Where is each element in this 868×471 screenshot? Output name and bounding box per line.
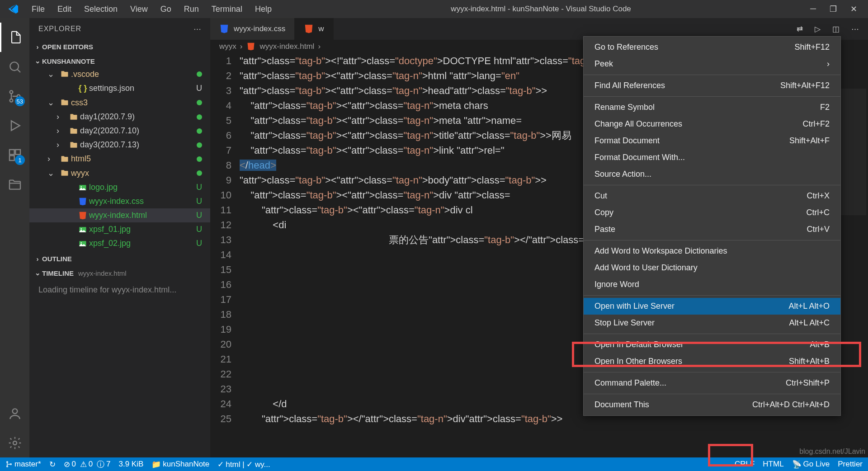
tree-item-xpsf_01.jpg[interactable]: xpsf_01.jpgU — [29, 222, 210, 236]
context-menu-item[interactable]: Open In Other BrowsersShift+Alt+B — [584, 353, 840, 370]
status-problems[interactable]: ⊘ 0 ⚠ 0 ⓘ 7 — [64, 459, 111, 470]
activity-extensions[interactable]: 1 — [0, 140, 29, 170]
status-lang[interactable]: HTML — [763, 460, 783, 469]
context-menu-item[interactable]: Open with Live ServerAlt+L Alt+O — [584, 298, 840, 315]
activity-custom[interactable] — [0, 170, 29, 199]
menu-edit[interactable]: Edit — [51, 3, 78, 16]
tree-item-logo.jpg[interactable]: logo.jpgU — [29, 180, 210, 194]
title-bar: File Edit Selection View Go Run Terminal… — [0, 0, 868, 18]
menu-view[interactable]: View — [124, 3, 154, 16]
context-menu-shortcut: Ctrl+C — [806, 208, 830, 217]
context-menu-item[interactable]: Rename SymbolF2 — [584, 99, 840, 116]
tree-item-label: css3 — [71, 98, 197, 108]
menu-terminal[interactable]: Terminal — [205, 3, 249, 16]
context-menu-item[interactable]: Add Word to Workspace Dictionaries — [584, 243, 840, 259]
editor-more-icon[interactable]: ⋯ — [851, 24, 859, 34]
context-menu-item[interactable]: CopyCtrl+C — [584, 204, 840, 221]
workspace-header[interactable]: ⌄ KUNSHANNOTE — [29, 55, 210, 67]
status-branch[interactable]: master* — [5, 460, 41, 469]
svg-point-1 — [9, 90, 13, 94]
compare-icon[interactable]: ⇄ — [797, 24, 803, 34]
context-menu-label: Add Word to User Dictionary — [594, 263, 698, 273]
svg-rect-5 — [15, 150, 20, 155]
context-menu-shortcut: Shift+Alt+B — [789, 357, 830, 366]
open-editors-header[interactable]: › OPEN EDITORS — [29, 41, 210, 52]
git-status-tag: U — [196, 239, 202, 248]
close-icon[interactable]: ✕ — [850, 4, 857, 14]
outline-header[interactable]: › OUTLINE — [29, 253, 210, 264]
tab-wyyx-index-css[interactable]: wyyx-index.css — [210, 18, 295, 40]
context-menu-item[interactable]: Source Action... — [584, 166, 840, 183]
activity-scm[interactable]: 53 — [0, 81, 29, 111]
context-menu-item[interactable]: Peek› — [584, 56, 840, 72]
tree-item-css3[interactable]: ⌄css3 — [29, 95, 210, 110]
status-workspace[interactable]: 📁 kunShanNote — [151, 460, 209, 469]
context-menu-shortcut: Ctrl+F2 — [802, 119, 830, 129]
context-menu-item[interactable]: CutCtrl+X — [584, 188, 840, 204]
run-file-icon[interactable]: ▷ — [815, 24, 821, 34]
activity-search[interactable] — [0, 52, 29, 81]
context-menu-shortcut: Shift+Alt+F12 — [780, 81, 830, 90]
activity-settings[interactable] — [0, 428, 29, 457]
status-eol[interactable]: CRLF — [735, 460, 755, 469]
status-sync[interactable]: ↻ — [49, 460, 56, 469]
status-lint[interactable]: ✓ html | ✓ wy... — [217, 460, 270, 469]
minimize-icon[interactable]: ─ — [810, 4, 816, 14]
menu-run[interactable]: Run — [178, 3, 205, 16]
files-icon — [8, 30, 23, 45]
context-menu-label: Open In Default Browser — [594, 340, 684, 349]
context-menu-label: Open with Live Server — [594, 301, 675, 311]
context-menu-item[interactable]: Go to ReferencesShift+F12 — [584, 39, 840, 56]
tree-item-.vscode[interactable]: ⌄.vscode — [29, 67, 210, 81]
status-go-live[interactable]: 📡 Go Live — [792, 460, 830, 469]
tree-item-day1(2020.7.9)[interactable]: ›day1(2020.7.9) — [29, 110, 210, 124]
tree-item-settings.json[interactable]: { }settings.jsonU — [29, 81, 210, 95]
context-menu-item[interactable]: Add Word to User Dictionary — [584, 259, 840, 276]
context-menu-item[interactable]: Find All ReferencesShift+Alt+F12 — [584, 77, 840, 94]
context-menu-item[interactable]: Open In Default BrowserAlt+B — [584, 336, 840, 353]
tree-item-label: day3(2020.7.13) — [80, 140, 197, 150]
tree-item-html5[interactable]: ›html5 — [29, 152, 210, 166]
breadcrumb-item[interactable]: wyyx-index.html — [259, 42, 314, 51]
menu-go[interactable]: Go — [154, 3, 178, 16]
tree-item-label: wyyx-index.html — [89, 211, 196, 220]
context-menu-item[interactable]: Format DocumentShift+Alt+F — [584, 132, 840, 149]
context-menu-item[interactable]: Format Document With... — [584, 149, 840, 166]
context-menu-shortcut: Alt+B — [810, 340, 830, 349]
status-size[interactable]: 3.9 KiB — [118, 460, 143, 469]
tree-item-day2(2020.7.10)[interactable]: ›day2(2020.7.10) — [29, 124, 210, 138]
tab-wyyx-index-html[interactable]: w — [295, 18, 333, 40]
context-menu-item[interactable]: Change All OccurrencesCtrl+F2 — [584, 116, 840, 132]
menu-file[interactable]: File — [25, 3, 51, 16]
svg-point-15 — [80, 242, 82, 244]
context-menu-item[interactable]: Ignore Word — [584, 276, 840, 293]
editor-context-menu[interactable]: Go to ReferencesShift+F12Peek›Find All R… — [583, 36, 841, 416]
svg-point-9 — [13, 441, 17, 445]
tree-item-xpsf_02.jpg[interactable]: xpsf_02.jpgU — [29, 236, 210, 250]
timeline-header[interactable]: ⌄ TIMELINE wyyx-index.html — [29, 267, 210, 279]
tree-item-day3(2020.7.13)[interactable]: ›day3(2020.7.13) — [29, 138, 210, 152]
svg-point-11 — [80, 186, 82, 188]
context-menu-item[interactable]: PasteCtrl+V — [584, 221, 840, 238]
git-status-tag: U — [196, 197, 202, 206]
menu-help[interactable]: Help — [249, 3, 278, 16]
account-icon — [8, 406, 22, 421]
status-prettier[interactable]: Prettier — [838, 460, 863, 469]
menu-selection[interactable]: Selection — [78, 3, 124, 16]
context-menu-item[interactable]: Document ThisCtrl+Alt+D Ctrl+Alt+D — [584, 396, 840, 413]
activity-account[interactable] — [0, 399, 29, 428]
timeline-sublabel: wyyx-index.html — [78, 269, 127, 277]
explorer-header: EXPLORER ⋯ — [29, 18, 210, 40]
maximize-icon[interactable]: ❐ — [830, 4, 837, 14]
context-menu-item[interactable]: Command Palette...Ctrl+Shift+P — [584, 375, 840, 391]
tree-item-wyyx-index.html[interactable]: wyyx-index.htmlU — [29, 208, 210, 222]
breadcrumb-item[interactable]: wyyx — [219, 42, 236, 51]
tree-item-label: wyyx-index.css — [89, 197, 196, 206]
activity-run[interactable] — [0, 111, 29, 140]
split-editor-icon[interactable]: ◫ — [832, 24, 840, 34]
tree-item-wyyx[interactable]: ⌄wyyx — [29, 166, 210, 180]
context-menu-item[interactable]: Stop Live ServerAlt+L Alt+C — [584, 315, 840, 331]
activity-explorer[interactable] — [0, 23, 29, 52]
explorer-more-icon[interactable]: ⋯ — [193, 24, 201, 34]
tree-item-wyyx-index.css[interactable]: wyyx-index.cssU — [29, 194, 210, 208]
